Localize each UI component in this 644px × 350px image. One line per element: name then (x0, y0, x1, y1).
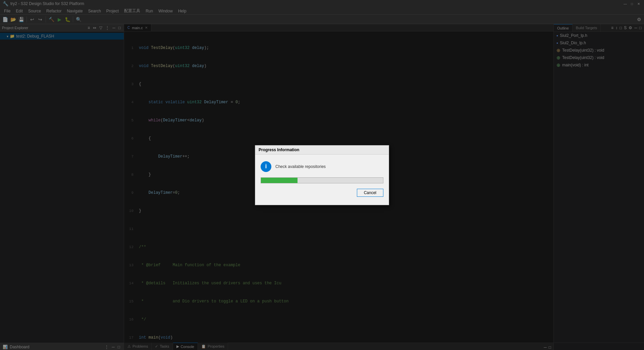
info-icon: i (261, 161, 271, 172)
progress-bar-container (261, 177, 383, 183)
dialog-body: i Check available repositories Cancel (255, 155, 389, 205)
progress-dialog: Progress Information i Check available r… (255, 145, 389, 205)
dialog-info-row: i Check available repositories (261, 161, 383, 172)
modal-overlay: Progress Information i Check available r… (0, 0, 644, 350)
dialog-title-bar: Progress Information (255, 145, 389, 155)
progress-fill (261, 178, 298, 183)
dialog-message: Check available repositories (275, 164, 326, 169)
dialog-title: Progress Information (259, 148, 299, 152)
dialog-buttons: Cancel (261, 189, 383, 198)
cancel-button[interactable]: Cancel (357, 189, 383, 197)
